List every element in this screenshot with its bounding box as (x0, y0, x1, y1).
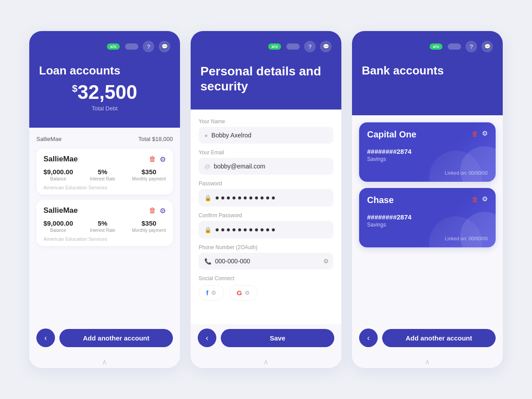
loan-subtitle: Total Debt (39, 105, 170, 112)
loan-section-name: SallieMae (36, 136, 62, 142)
personal-save-button[interactable]: Save (221, 329, 334, 347)
social-group: Social Connect f ⚙ G ⚙ (199, 275, 333, 301)
bank-footer: ‹ Add another account (352, 324, 503, 355)
name-group: Your Name ● Bobby Axelrod (199, 118, 333, 144)
bank-card-1-name: Capital One (367, 129, 416, 140)
phone-gear-icon[interactable]: ⚙ (323, 258, 329, 265)
bank-card-1-actions: 🗑 ⚙ (472, 129, 488, 137)
loan-card-1: SallieMae 🗑 ⚙ $9,000.00 Balance 5% Inter… (36, 149, 173, 195)
personal-chat-icon[interactable]: 💬 (320, 41, 332, 52)
personal-footer: ‹ Save (191, 324, 341, 355)
loan-card-1-trash-icon[interactable]: 🗑 (149, 155, 156, 163)
email-at-icon: @ (204, 163, 210, 170)
name-input[interactable]: ● Bobby Axelrod (199, 127, 333, 144)
personal-toggle-track[interactable] (286, 43, 300, 50)
google-icon: G (237, 289, 242, 297)
confirm-input[interactable]: 🔒 ●●●●●●●●●●● (199, 221, 333, 239)
confirm-lock-icon: 🔒 (204, 227, 211, 233)
loan-card-1-stats: $9,000.00 Balance 5% Interest Rate $350 … (43, 168, 166, 181)
bank-back-button[interactable]: ‹ (359, 329, 378, 347)
loan-add-button[interactable]: Add another account (59, 329, 173, 347)
loan-card-1-interest: 5% Interest Rate (90, 168, 115, 181)
email-input[interactable]: @ bobby@email.com (199, 158, 333, 175)
loan-back-button[interactable]: ‹ (36, 329, 55, 347)
loan-card-2-interest: 5% Interest Rate (90, 219, 115, 233)
bank-card-1-top: Capital One 🗑 ⚙ (367, 129, 488, 140)
bank-title: Bank accounts (362, 64, 493, 78)
phone-input[interactable]: 📞 000-000-000 ⚙ (199, 253, 333, 270)
loan-chat-icon[interactable]: 💬 (159, 41, 170, 52)
loan-help-icon[interactable]: ? (143, 41, 154, 52)
bank-help-icon[interactable]: ? (466, 41, 477, 52)
loan-card-2-trash-icon[interactable]: 🗑 (149, 207, 156, 215)
loan-toggle-badge[interactable]: a/o (107, 43, 120, 50)
bank-card-1-linked: Linked on: 00/00/00 (367, 170, 488, 176)
phone-icon: 📞 (204, 258, 211, 265)
bank-body: Capital One 🗑 ⚙ ########2874 Savings Lin… (352, 115, 503, 324)
password-lock-icon: 🔒 (204, 195, 211, 201)
phone-label: Phone Number (2OAuth) (199, 244, 333, 250)
name-dot-icon: ● (204, 132, 208, 139)
loan-footer: ‹ Add another account (29, 324, 180, 355)
loan-body: SallieMae Total $18,000 SallieMae 🗑 ⚙ $9… (29, 128, 180, 324)
password-group: Password 🔒 ●●●●●●●●●●● (199, 180, 333, 207)
facebook-icon: f (206, 289, 208, 297)
bank-card-2-type: Savings (367, 222, 488, 228)
bank-header: a/o ? 💬 Bank accounts (352, 31, 503, 115)
bank-chevron-up-icon: ∧ (352, 355, 503, 368)
bank-card-2-actions: 🗑 ⚙ (472, 195, 488, 203)
google-gear-icon: ⚙ (245, 289, 250, 296)
bank-card-2-trash-icon[interactable]: 🗑 (472, 196, 478, 203)
bank-card-1-gear-icon[interactable]: ⚙ (482, 129, 488, 137)
loan-amount: $32,500 (39, 81, 170, 103)
personal-screen: a/o ? 💬 Personal details and security Yo… (191, 31, 341, 368)
confirm-value: ●●●●●●●●●●● (215, 226, 277, 234)
name-label: Your Name (199, 118, 333, 125)
google-button[interactable]: G ⚙ (229, 285, 258, 301)
personal-toggle-badge[interactable]: a/o (268, 43, 281, 50)
loan-toggle-track[interactable] (125, 43, 138, 50)
phone-group: Phone Number (2OAuth) 📞 000-000-000 ⚙ (199, 244, 333, 270)
facebook-button[interactable]: f ⚙ (199, 285, 224, 301)
loan-card-2-stats: $9,000.00 Balance 5% Interest Rate $350 … (43, 219, 166, 233)
bank-card-2-number: ########2874 (367, 213, 488, 221)
facebook-gear-icon: ⚙ (211, 289, 216, 296)
personal-back-button[interactable]: ‹ (198, 329, 216, 347)
loan-screen: a/o ? 💬 Loan accounts $32,500 Total Debt… (29, 31, 180, 368)
bank-card-2-top: Chase 🗑 ⚙ (367, 195, 488, 205)
bank-card-1-trash-icon[interactable]: 🗑 (472, 130, 478, 137)
password-label: Password (199, 180, 333, 187)
personal-chevron-up-icon: ∧ (191, 355, 341, 368)
bank-card-1-type: Savings (367, 156, 488, 162)
personal-title: Personal details and security (200, 64, 332, 94)
loan-card-2-name: SallieMae (43, 206, 78, 215)
social-row: f ⚙ G ⚙ (199, 285, 333, 301)
loan-card-1-name: SallieMae (43, 155, 78, 164)
email-group: Your Email @ bobby@email.com (199, 149, 333, 175)
loan-section-header: SallieMae Total $18,000 (36, 136, 173, 142)
loan-card-1-gear-icon[interactable]: ⚙ (160, 155, 166, 164)
bank-add-button[interactable]: Add another account (382, 329, 496, 347)
loan-card-2-title-row: SallieMae 🗑 ⚙ (43, 206, 166, 215)
name-value: Bobby Axelrod (211, 132, 251, 139)
bank-toggle-track[interactable] (448, 43, 461, 50)
screens-container: a/o ? 💬 Loan accounts $32,500 Total Debt… (16, 13, 516, 386)
bank-toggle-badge[interactable]: a/o (430, 43, 442, 50)
email-label: Your Email (199, 149, 333, 156)
confirm-label: Confirm Password (199, 212, 333, 219)
loan-title: Loan accounts (39, 64, 170, 78)
password-value: ●●●●●●●●●●● (215, 194, 277, 202)
loan-currency: $ (72, 83, 78, 94)
password-input[interactable]: 🔒 ●●●●●●●●●●● (199, 189, 333, 207)
bank-header-top: a/o ? 💬 (362, 41, 493, 52)
loan-card-2-balance: $9,000.00 Balance (43, 219, 73, 233)
personal-help-icon[interactable]: ? (304, 41, 316, 52)
bank-screen: a/o ? 💬 Bank accounts Capital One 🗑 ⚙ (352, 31, 503, 368)
bank-chat-icon[interactable]: 💬 (481, 41, 493, 52)
loan-card-1-balance: $9,000.00 Balance (43, 168, 73, 181)
bank-card-1-number: ########2874 (367, 148, 488, 155)
loan-card-2-payment: $350 Monthly payment (132, 219, 166, 233)
personal-header-top: a/o ? 💬 (200, 41, 332, 52)
bank-card-2-gear-icon[interactable]: ⚙ (482, 195, 488, 203)
loan-card-2-gear-icon[interactable]: ⚙ (160, 207, 166, 215)
